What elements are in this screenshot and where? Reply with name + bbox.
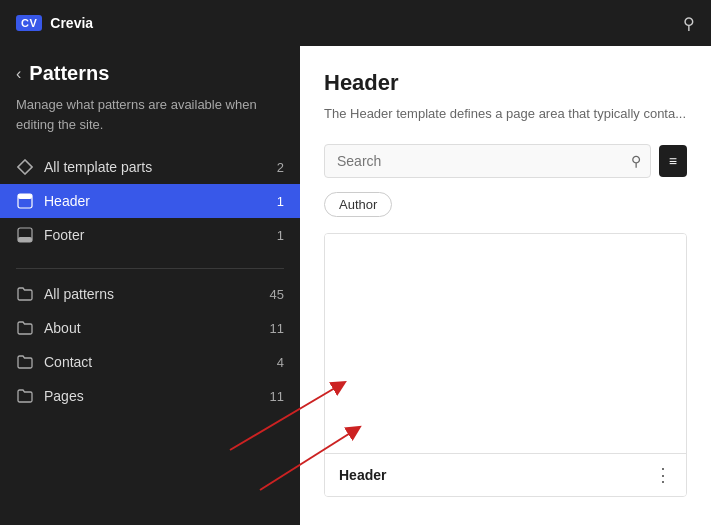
sidebar-divider [16,268,284,269]
svg-rect-4 [18,237,32,242]
sidebar-item-label: Contact [44,354,92,370]
folder-icon [16,319,34,337]
sidebar-item-label: All patterns [44,286,114,302]
author-tag[interactable]: Author [324,192,392,217]
sidebar-item-count: 2 [277,160,284,175]
pattern-card-footer: Header ⋮ [325,454,686,496]
search-input[interactable] [324,144,651,178]
sidebar-description: Manage what patterns are available when … [0,91,300,150]
sidebar-title: Patterns [29,62,109,85]
sidebar-item-count: 45 [270,287,284,302]
patterns-section: All patterns 45 About 11 Contact 4 [0,277,300,421]
sidebar-item-all-patterns[interactable]: All patterns 45 [0,277,300,311]
page-title: Header [324,70,687,96]
sidebar-item-count: 4 [277,355,284,370]
sidebar-item-count: 1 [277,228,284,243]
template-parts-section: All template parts 2 Header 1 Footer [0,150,300,260]
footer-block-icon [16,226,34,244]
main-content: Header The Header template defines a pag… [300,46,711,525]
sidebar-item-about[interactable]: About 11 [0,311,300,345]
sidebar-item-label: All template parts [44,159,152,175]
folder-icon [16,353,34,371]
sidebar-item-label: Header [44,193,90,209]
app-logo[interactable]: CV Crevia [16,15,93,31]
sidebar-item-count: 1 [277,194,284,209]
sidebar-item-label: Footer [44,227,84,243]
svg-rect-0 [18,160,32,174]
search-input-wrap: ⚲ [324,144,651,178]
sidebar-item-label: About [44,320,81,336]
search-bar: ⚲ ≡ [324,144,687,178]
sidebar-item-count: 11 [270,389,284,404]
sidebar-header: ‹ Patterns [0,46,300,91]
folder-icon [16,285,34,303]
pattern-card-preview [325,234,686,454]
pattern-card-name: Header [339,467,654,483]
header-block-icon [16,192,34,210]
sidebar-item-count: 11 [270,321,284,336]
pattern-card: Header ⋮ [324,233,687,497]
svg-rect-2 [18,194,32,199]
folder-icon [16,387,34,405]
back-button[interactable]: ‹ [16,65,21,83]
top-bar: CV Crevia ⚲ [0,0,711,46]
sidebar-item-contact[interactable]: Contact 4 [0,345,300,379]
sidebar-item-pages[interactable]: Pages 11 [0,379,300,413]
logo-badge: CV [16,15,42,31]
sidebar-item-header[interactable]: Header 1 [0,184,300,218]
sidebar-item-all-template-parts[interactable]: All template parts 2 [0,150,300,184]
topbar-search-icon[interactable]: ⚲ [683,14,695,33]
page-description: The Header template defines a page area … [324,104,687,124]
filter-button[interactable]: ≡ [659,145,687,177]
more-options-icon[interactable]: ⋮ [654,464,672,486]
search-icon: ⚲ [631,153,641,169]
app-name: Crevia [50,15,93,31]
sidebar: ‹ Patterns Manage what patterns are avai… [0,46,300,525]
sidebar-item-footer[interactable]: Footer 1 [0,218,300,252]
sidebar-item-label: Pages [44,388,84,404]
diamond-icon [16,158,34,176]
